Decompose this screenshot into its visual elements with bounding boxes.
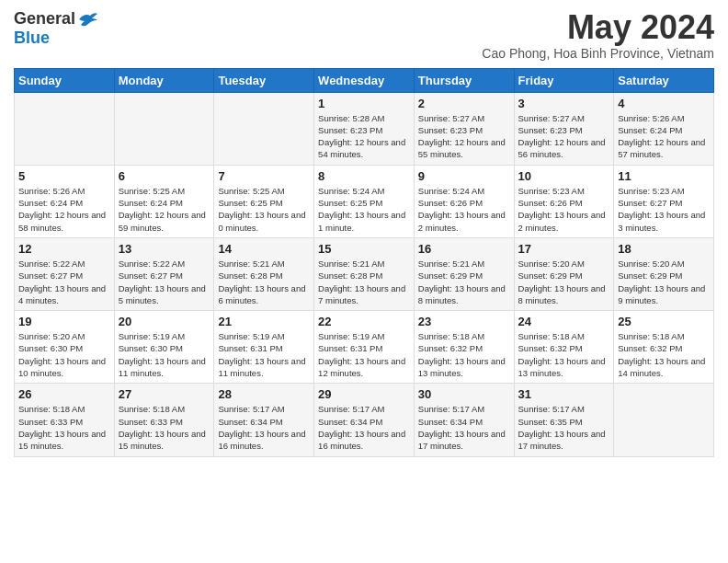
- day-info: Sunrise: 5:20 AM Sunset: 6:29 PM Dayligh…: [518, 258, 610, 306]
- table-row: 10Sunrise: 5:23 AM Sunset: 6:26 PM Dayli…: [514, 165, 614, 237]
- day-info: Sunrise: 5:28 AM Sunset: 6:23 PM Dayligh…: [318, 112, 410, 161]
- table-row: 11Sunrise: 5:23 AM Sunset: 6:27 PM Dayli…: [614, 165, 714, 237]
- table-row: 13Sunrise: 5:22 AM Sunset: 6:27 PM Dayli…: [114, 237, 214, 310]
- table-row: 5Sunrise: 5:26 AM Sunset: 6:24 PM Daylig…: [15, 165, 115, 237]
- day-info: Sunrise: 5:25 AM Sunset: 6:24 PM Dayligh…: [119, 185, 210, 234]
- day-info: Sunrise: 5:21 AM Sunset: 6:28 PM Dayligh…: [218, 258, 310, 306]
- calendar-week-row: 5Sunrise: 5:26 AM Sunset: 6:24 PM Daylig…: [15, 165, 714, 237]
- day-number: 22: [318, 315, 410, 328]
- calendar-week-row: 1Sunrise: 5:28 AM Sunset: 6:23 PM Daylig…: [15, 92, 714, 165]
- day-info: Sunrise: 5:19 AM Sunset: 6:31 PM Dayligh…: [318, 330, 410, 379]
- day-info: Sunrise: 5:18 AM Sunset: 6:32 PM Dayligh…: [618, 330, 710, 379]
- table-row: 16Sunrise: 5:21 AM Sunset: 6:29 PM Dayli…: [414, 237, 514, 310]
- table-row: 19Sunrise: 5:20 AM Sunset: 6:30 PM Dayli…: [15, 311, 115, 384]
- header: General Blue May 2024 Cao Phong, Hoa Bin…: [14, 9, 714, 61]
- day-number: 19: [18, 315, 110, 328]
- day-info: Sunrise: 5:18 AM Sunset: 6:33 PM Dayligh…: [18, 403, 110, 452]
- day-number: 20: [119, 315, 210, 328]
- day-number: 23: [418, 315, 510, 328]
- day-info: Sunrise: 5:22 AM Sunset: 6:27 PM Dayligh…: [18, 258, 110, 306]
- table-row: 14Sunrise: 5:21 AM Sunset: 6:28 PM Dayli…: [214, 237, 314, 310]
- day-number: 14: [218, 242, 310, 256]
- header-saturday: Saturday: [614, 68, 714, 92]
- header-sunday: Sunday: [15, 68, 115, 92]
- table-row: 18Sunrise: 5:20 AM Sunset: 6:29 PM Dayli…: [614, 237, 714, 310]
- day-info: Sunrise: 5:17 AM Sunset: 6:34 PM Dayligh…: [418, 403, 510, 452]
- table-row: 23Sunrise: 5:18 AM Sunset: 6:32 PM Dayli…: [414, 311, 514, 384]
- table-row: [214, 92, 314, 165]
- day-number: 6: [119, 169, 210, 183]
- table-row: [15, 92, 115, 165]
- table-row: 8Sunrise: 5:24 AM Sunset: 6:25 PM Daylig…: [314, 165, 415, 237]
- table-row: 25Sunrise: 5:18 AM Sunset: 6:32 PM Dayli…: [614, 311, 714, 384]
- day-info: Sunrise: 5:27 AM Sunset: 6:23 PM Dayligh…: [518, 112, 610, 161]
- header-wednesday: Wednesday: [314, 68, 415, 92]
- table-row: 2Sunrise: 5:27 AM Sunset: 6:23 PM Daylig…: [414, 92, 514, 165]
- table-row: 26Sunrise: 5:18 AM Sunset: 6:33 PM Dayli…: [15, 384, 115, 456]
- day-number: 29: [318, 387, 410, 401]
- day-number: 2: [418, 97, 510, 110]
- table-row: [114, 92, 214, 165]
- table-row: 30Sunrise: 5:17 AM Sunset: 6:34 PM Dayli…: [414, 384, 514, 456]
- table-row: 3Sunrise: 5:27 AM Sunset: 6:23 PM Daylig…: [514, 92, 614, 165]
- calendar-table: Sunday Monday Tuesday Wednesday Thursday…: [14, 68, 714, 457]
- day-info: Sunrise: 5:21 AM Sunset: 6:28 PM Dayligh…: [318, 258, 410, 306]
- table-row: 20Sunrise: 5:19 AM Sunset: 6:30 PM Dayli…: [114, 311, 214, 384]
- day-number: 8: [318, 169, 410, 183]
- day-number: 7: [218, 169, 310, 183]
- day-number: 10: [518, 169, 610, 183]
- table-row: 15Sunrise: 5:21 AM Sunset: 6:28 PM Dayli…: [314, 237, 415, 310]
- calendar-header: Sunday Monday Tuesday Wednesday Thursday…: [15, 68, 714, 92]
- table-row: 24Sunrise: 5:18 AM Sunset: 6:32 PM Dayli…: [514, 311, 614, 384]
- day-number: 31: [518, 387, 610, 401]
- day-number: 17: [518, 242, 610, 256]
- day-info: Sunrise: 5:21 AM Sunset: 6:29 PM Dayligh…: [418, 258, 510, 306]
- header-thursday: Thursday: [414, 68, 514, 92]
- day-info: Sunrise: 5:18 AM Sunset: 6:32 PM Dayligh…: [418, 330, 510, 379]
- day-info: Sunrise: 5:25 AM Sunset: 6:25 PM Dayligh…: [218, 185, 310, 234]
- table-row: 12Sunrise: 5:22 AM Sunset: 6:27 PM Dayli…: [15, 237, 115, 310]
- day-number: 27: [119, 387, 210, 401]
- table-row: 22Sunrise: 5:19 AM Sunset: 6:31 PM Dayli…: [314, 311, 415, 384]
- calendar-body: 1Sunrise: 5:28 AM Sunset: 6:23 PM Daylig…: [15, 92, 714, 456]
- month-title: May 2024: [482, 9, 714, 46]
- logo-bird-icon: [77, 11, 97, 28]
- logo-blue: Blue: [14, 29, 50, 48]
- weekday-header-row: Sunday Monday Tuesday Wednesday Thursday…: [15, 68, 714, 92]
- day-number: 15: [318, 242, 410, 256]
- day-number: 3: [518, 97, 610, 110]
- day-number: 21: [218, 315, 310, 328]
- day-number: 30: [418, 387, 510, 401]
- day-info: Sunrise: 5:24 AM Sunset: 6:25 PM Dayligh…: [318, 185, 410, 234]
- day-number: 26: [18, 387, 110, 401]
- table-row: [614, 384, 714, 456]
- table-row: 21Sunrise: 5:19 AM Sunset: 6:31 PM Dayli…: [214, 311, 314, 384]
- day-info: Sunrise: 5:24 AM Sunset: 6:26 PM Dayligh…: [418, 185, 510, 234]
- day-number: 13: [119, 242, 210, 256]
- header-tuesday: Tuesday: [214, 68, 314, 92]
- day-number: 28: [218, 387, 310, 401]
- day-info: Sunrise: 5:26 AM Sunset: 6:24 PM Dayligh…: [18, 185, 110, 234]
- table-row: 1Sunrise: 5:28 AM Sunset: 6:23 PM Daylig…: [314, 92, 415, 165]
- table-row: 17Sunrise: 5:20 AM Sunset: 6:29 PM Dayli…: [514, 237, 614, 310]
- day-number: 18: [618, 242, 710, 256]
- page: General Blue May 2024 Cao Phong, Hoa Bin…: [0, 0, 728, 563]
- header-friday: Friday: [514, 68, 614, 92]
- day-number: 4: [618, 97, 710, 110]
- day-info: Sunrise: 5:17 AM Sunset: 6:34 PM Dayligh…: [218, 403, 310, 452]
- day-info: Sunrise: 5:18 AM Sunset: 6:33 PM Dayligh…: [119, 403, 210, 452]
- day-info: Sunrise: 5:23 AM Sunset: 6:26 PM Dayligh…: [518, 185, 610, 234]
- table-row: 28Sunrise: 5:17 AM Sunset: 6:34 PM Dayli…: [214, 384, 314, 456]
- day-info: Sunrise: 5:17 AM Sunset: 6:35 PM Dayligh…: [518, 403, 610, 452]
- logo-text: General: [14, 9, 97, 29]
- day-info: Sunrise: 5:23 AM Sunset: 6:27 PM Dayligh…: [618, 185, 710, 234]
- table-row: 27Sunrise: 5:18 AM Sunset: 6:33 PM Dayli…: [114, 384, 214, 456]
- table-row: 29Sunrise: 5:17 AM Sunset: 6:34 PM Dayli…: [314, 384, 415, 456]
- day-number: 25: [618, 315, 710, 328]
- logo-general: General: [14, 9, 75, 29]
- calendar-week-row: 12Sunrise: 5:22 AM Sunset: 6:27 PM Dayli…: [15, 237, 714, 310]
- day-info: Sunrise: 5:17 AM Sunset: 6:34 PM Dayligh…: [318, 403, 410, 452]
- subtitle: Cao Phong, Hoa Binh Province, Vietnam: [482, 46, 714, 61]
- day-number: 5: [18, 169, 110, 183]
- day-info: Sunrise: 5:22 AM Sunset: 6:27 PM Dayligh…: [119, 258, 210, 306]
